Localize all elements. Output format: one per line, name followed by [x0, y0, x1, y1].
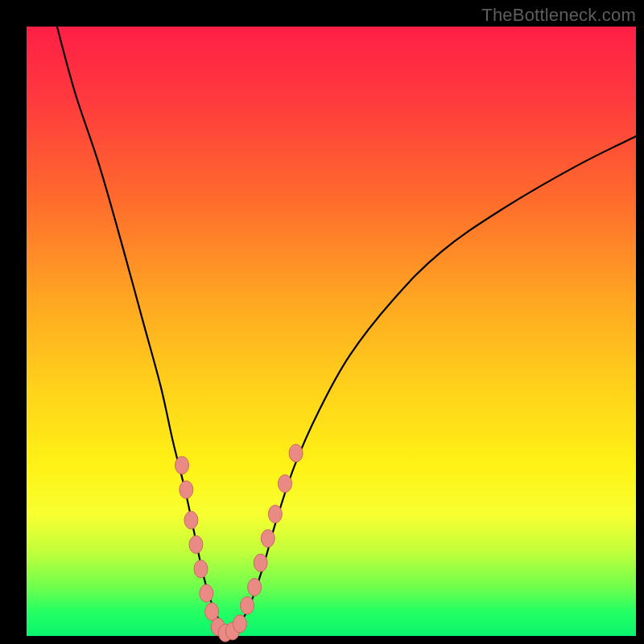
curve-markers	[175, 444, 303, 642]
curve-marker	[233, 615, 246, 633]
curve-marker	[248, 578, 262, 596]
bottleneck-curve	[57, 27, 636, 630]
curve-svg	[27, 27, 636, 636]
curve-marker	[289, 444, 303, 462]
plot-area	[27, 27, 636, 636]
curve-marker	[241, 597, 254, 614]
curve-marker	[189, 535, 203, 553]
curve-marker	[180, 481, 193, 498]
curve-marker	[268, 506, 282, 523]
curve-marker	[194, 560, 208, 578]
watermark-text: TheBottleneck.com	[481, 5, 636, 26]
curve-marker	[254, 554, 267, 572]
chart-frame: TheBottleneck.com	[0, 0, 644, 644]
curve-marker	[278, 475, 291, 493]
curve-marker	[261, 530, 275, 547]
curve-marker	[184, 511, 198, 529]
curve-marker	[175, 456, 189, 474]
curve-marker	[200, 584, 213, 602]
